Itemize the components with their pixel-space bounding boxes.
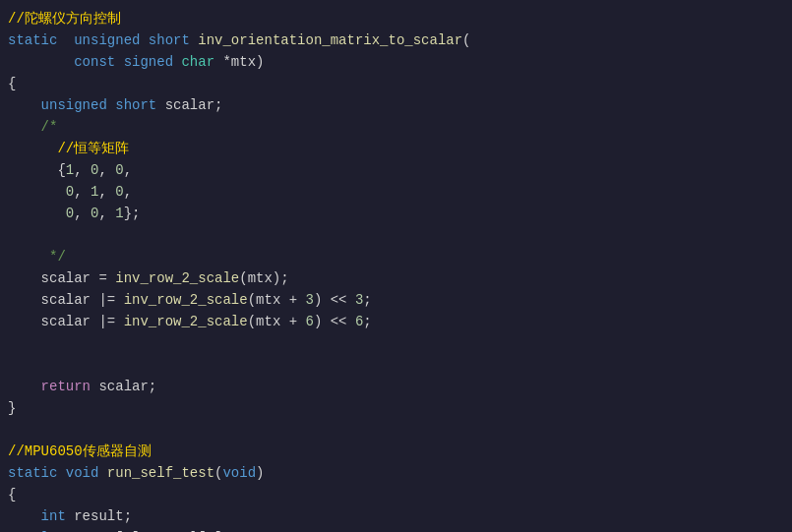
code-text: short: [115, 94, 164, 116]
code-editor: //陀螺仪方向控制 static unsigned short inv_orie…: [0, 0, 792, 532]
line-17: [0, 354, 792, 376]
code-text: |=: [98, 289, 123, 311]
code-text: 1: [91, 181, 98, 203]
code-text: *mtx): [222, 51, 264, 73]
line-16: [0, 332, 792, 354]
line-15: scalar |= inv_row_2_scale(mtx + 6) << 6;: [0, 311, 792, 332]
code-text: scalar;: [98, 376, 156, 397]
code-text: 0: [115, 159, 123, 181]
code-text: [8, 94, 41, 116]
code-text: scalar;: [165, 94, 223, 116]
code-text: run_self_test: [107, 462, 214, 484]
code-text: return: [41, 376, 99, 397]
line-8: {1, 0, 0,: [0, 159, 792, 181]
code-text: 0: [115, 181, 123, 203]
code-text: ,: [124, 181, 132, 203]
code-text: scalar: [8, 289, 98, 311]
code-text: [8, 203, 66, 224]
line-14: scalar |= inv_row_2_scale(mtx + 3) << 3;: [0, 289, 792, 311]
code-text: ,: [74, 181, 91, 203]
code-text: 0: [91, 159, 98, 181]
code-text: 3: [207, 527, 214, 532]
code-text: 1: [115, 203, 123, 224]
code-text: [297, 311, 305, 332]
line-12: */: [0, 246, 792, 267]
code-text: int: [41, 505, 75, 527]
code-text: static: [8, 30, 74, 51]
line-3: const signed char *mtx): [0, 51, 792, 73]
line-7: //恒等矩阵: [0, 138, 792, 159]
code-text: ): [256, 462, 264, 484]
code-text: unsigned: [74, 30, 149, 51]
code-text: ,: [98, 181, 115, 203]
code-text: [297, 289, 305, 311]
code-text: scalar: [8, 311, 98, 332]
code-text: const: [74, 51, 123, 73]
code-text: ): [314, 311, 331, 332]
code-text: 3: [306, 289, 314, 311]
code-text: /*: [8, 116, 57, 138]
code-text: 0: [66, 181, 74, 203]
line-20: [0, 419, 792, 441]
code-text: 3: [355, 289, 363, 311]
code-text: };: [124, 203, 141, 224]
code-text: 0: [66, 203, 74, 224]
code-text: char: [181, 51, 222, 73]
code-content: //陀螺仪方向控制 static unsigned short inv_orie…: [0, 0, 792, 532]
code-text: //恒等矩阵: [8, 138, 129, 159]
code-text: |=: [98, 311, 123, 332]
code-text: */: [8, 246, 66, 267]
code-text: ;: [363, 289, 371, 311]
code-text: gyro[: [83, 527, 124, 532]
code-text: ,: [98, 203, 115, 224]
line-1: //陀螺仪方向控制: [0, 8, 792, 30]
code-text: static: [8, 462, 66, 484]
code-text: 1: [66, 159, 74, 181]
code-text: (mtx: [248, 289, 289, 311]
line-24: int result;: [0, 505, 792, 527]
code-text: =: [98, 267, 115, 289]
line-9: 0, 1, 0,: [0, 181, 792, 203]
code-text: {: [57, 159, 65, 181]
code-text: result;: [74, 505, 132, 527]
code-text: ,: [74, 159, 91, 181]
code-text: +: [289, 289, 297, 311]
code-text: [347, 311, 355, 332]
line-4: {: [0, 73, 792, 94]
code-text: ;: [363, 311, 371, 332]
code-text: [8, 181, 66, 203]
code-text: (: [462, 30, 470, 51]
line-13: scalar = inv_row_2_scale(mtx);: [0, 267, 792, 289]
code-text: ,: [98, 159, 115, 181]
code-text: <<: [331, 289, 347, 311]
line-10: 0, 0, 1};: [0, 203, 792, 224]
code-text: ,: [74, 203, 91, 224]
code-text: [8, 505, 41, 527]
code-text: {: [8, 484, 16, 505]
code-text: inv_row_2_scale: [115, 267, 239, 289]
code-text: inv_row_2_scale: [124, 311, 248, 332]
line-6: /*: [0, 116, 792, 138]
line-5: unsigned short scalar;: [0, 94, 792, 116]
code-text: [347, 289, 355, 311]
code-text: (mtx);: [239, 267, 288, 289]
code-text: ): [314, 289, 331, 311]
code-text: inv_orientation_matrix_to_scalar: [198, 30, 462, 51]
code-text: [8, 376, 41, 397]
code-text: void: [66, 462, 107, 484]
line-11: [0, 224, 792, 246]
code-text: //MPU6050传感器自测: [8, 441, 152, 462]
code-text: ], accel[: [132, 527, 207, 532]
code-text: +: [289, 311, 297, 332]
code-text: unsigned: [41, 94, 116, 116]
code-text: [8, 527, 41, 532]
code-text: (: [214, 462, 222, 484]
code-text: 6: [306, 311, 314, 332]
code-text: //陀螺仪方向控制: [8, 8, 121, 30]
code-text: 6: [355, 311, 363, 332]
code-text: }: [8, 397, 16, 419]
code-text: ,: [124, 159, 132, 181]
line-21: //MPU6050传感器自测: [0, 441, 792, 462]
code-text: {: [8, 73, 16, 94]
code-text: [8, 159, 57, 181]
